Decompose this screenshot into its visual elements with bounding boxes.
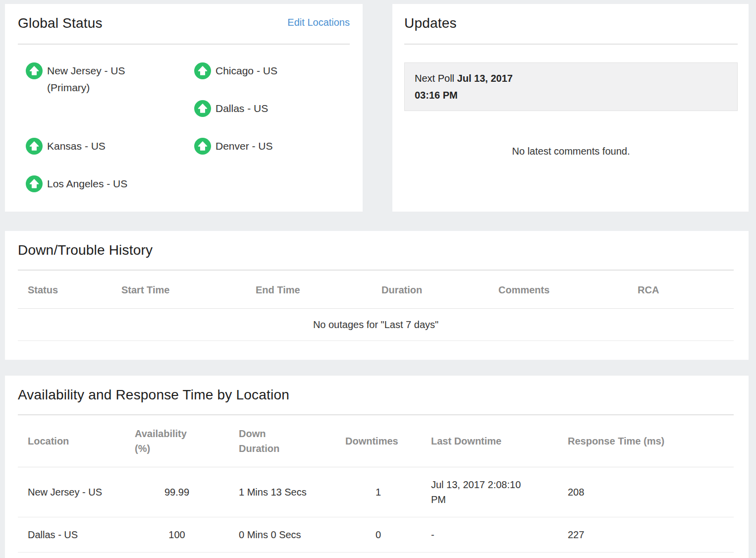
location-label: Denver - US (216, 138, 273, 155)
column-header-location: Location (18, 415, 125, 467)
availability-cell: 100 (125, 517, 229, 553)
location-item: New Jersey - US (Primary) (26, 62, 194, 138)
table-row: Dallas - US 100 0 Mins 0 Secs 0 - 227 (18, 517, 734, 553)
no-outages-message: No outages for "Last 7 days" (18, 309, 734, 341)
global-status-title: Global Status (18, 15, 103, 32)
location-item: Chicago - US (194, 62, 363, 100)
updates-title: Updates (404, 15, 457, 32)
down-history-header-row: Status Start Time End Time Duration Comm… (18, 271, 734, 309)
last-downtime-cell: Jul 13, 2017 2:08:10 PM (421, 467, 558, 517)
down-history-title: Down/Trouble History (18, 242, 153, 259)
down-history-header: Down/Trouble History (18, 231, 734, 259)
updates-divider (404, 44, 738, 45)
downtimes-cell: 0 (335, 517, 421, 553)
response-time-cell: 227 (558, 517, 734, 553)
next-poll-box: Next Poll Jul 13, 2017 03:16 PM (404, 62, 738, 111)
availability-header: Availability and Response Time by Locati… (18, 376, 734, 403)
column-header-availability: Availability (%) (125, 415, 229, 467)
next-poll-time: 03:16 PM (415, 87, 727, 104)
column-header-duration: Duration (372, 271, 488, 309)
location-label: New Jersey - US (Primary) (47, 62, 139, 96)
up-arrow-icon (26, 62, 43, 79)
location-item: Kansas - US (26, 138, 194, 175)
global-status-panel: Global Status Edit Locations New Jersey … (5, 4, 363, 212)
availability-title: Availability and Response Time by Locati… (18, 387, 289, 403)
location-cell: Dallas - US (18, 517, 125, 553)
column-header-status: Status (18, 271, 111, 309)
down-history-table: Status Start Time End Time Duration Comm… (18, 271, 734, 341)
next-poll-label: Next Poll (415, 73, 454, 84)
availability-panel: Availability and Response Time by Locati… (5, 376, 749, 558)
location-label: Chicago - US (216, 62, 277, 79)
availability-cell: 99.99 (125, 467, 229, 517)
location-label: Dallas - US (216, 100, 268, 117)
column-header-last-downtime: Last Downtime (421, 415, 558, 467)
no-comments-message: No latest comments found. (404, 143, 738, 160)
edit-locations-link[interactable]: Edit Locations (287, 15, 350, 30)
empty-history-row: No outages for "Last 7 days" (18, 309, 734, 341)
location-item: Dallas - US (194, 100, 363, 138)
column-header-response-time: Response Time (ms) (558, 415, 734, 467)
up-arrow-icon (26, 175, 43, 192)
last-downtime-cell: - (421, 517, 558, 553)
location-status-grid: New Jersey - US (Primary) Kansas - US Lo… (26, 62, 350, 213)
column-header-comments: Comments (488, 271, 628, 309)
global-status-divider (18, 44, 350, 45)
location-cell: New Jersey - US (18, 467, 125, 517)
global-status-header: Global Status Edit Locations (18, 4, 350, 32)
location-item: Los Angeles - US (26, 175, 194, 213)
downtimes-cell: 1 (335, 467, 421, 517)
down-duration-cell: 1 Mins 13 Secs (229, 467, 335, 517)
column-header-down-duration: Down Duration (229, 415, 335, 467)
up-arrow-icon (194, 138, 211, 155)
down-duration-cell: 0 Mins 0 Secs (229, 517, 335, 553)
location-label: Kansas - US (47, 138, 106, 155)
location-item: Denver - US (194, 138, 363, 175)
table-row: New Jersey - US 99.99 1 Mins 13 Secs 1 J… (18, 467, 734, 517)
up-arrow-icon (194, 100, 211, 117)
next-poll-date: Jul 13, 2017 (457, 73, 513, 84)
column-header-downtimes: Downtimes (335, 415, 421, 467)
availability-header-row: Location Availability (%) Down Duration … (18, 415, 734, 467)
dashboard-page: Global Status Edit Locations New Jersey … (0, 4, 756, 558)
updates-panel: Updates Next Poll Jul 13, 2017 03:16 PM … (392, 4, 749, 212)
up-arrow-icon (26, 138, 43, 155)
location-label: Los Angeles - US (47, 175, 127, 192)
updates-header: Updates (404, 4, 738, 32)
availability-table: Location Availability (%) Down Duration … (18, 415, 734, 553)
up-arrow-icon (194, 62, 211, 79)
column-header-end-time: End Time (246, 271, 372, 309)
column-header-start-time: Start Time (111, 271, 246, 309)
down-history-panel: Down/Trouble History Status Start Time E… (5, 231, 749, 360)
response-time-cell: 208 (558, 467, 734, 517)
column-header-rca: RCA (628, 271, 734, 309)
top-row: Global Status Edit Locations New Jersey … (5, 4, 749, 212)
